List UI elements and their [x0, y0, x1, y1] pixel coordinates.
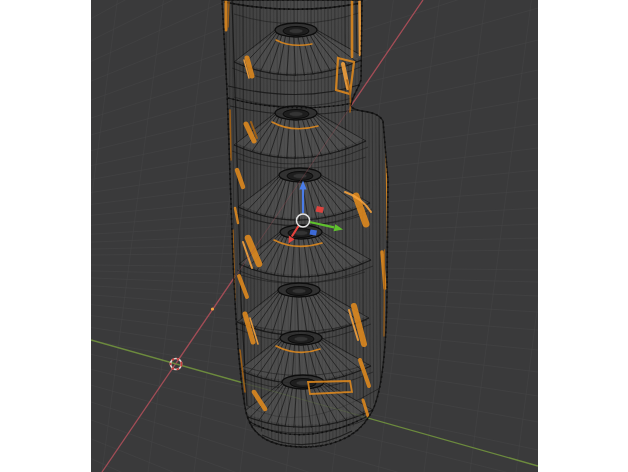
- left-margin-panel: [0, 0, 91, 472]
- right-margin-panel: [538, 0, 628, 472]
- baffle-hole: [289, 112, 303, 117]
- viewport-3d[interactable]: [91, 0, 538, 472]
- selected-vertex-dot[interactable]: [211, 307, 214, 310]
- selected-edge[interactable]: [384, 250, 385, 336]
- app-window: [0, 0, 628, 472]
- gizmo-z-plane-handle[interactable]: [310, 230, 318, 236]
- selected-edge[interactable]: [360, 0, 361, 55]
- selected-edge[interactable]: [228, 2, 229, 27]
- baffle-hole: [292, 289, 306, 294]
- baffle-hole: [294, 337, 308, 342]
- baffle-hole: [289, 29, 303, 34]
- selected-vertex[interactable]: [211, 307, 214, 310]
- selected-edge[interactable]: [230, 110, 231, 160]
